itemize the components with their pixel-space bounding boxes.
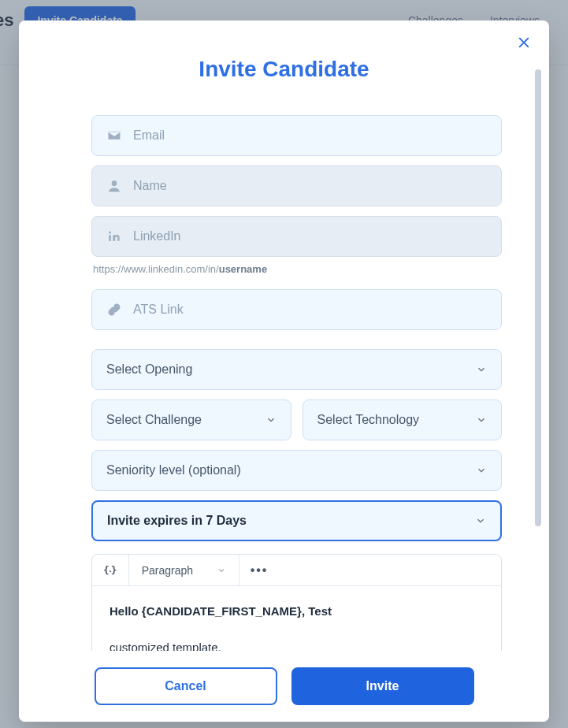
modal-title: Invite Candidate bbox=[19, 57, 549, 82]
svg-point-2 bbox=[109, 232, 111, 234]
invite-candidate-modal: Invite Candidate https://www.linkedin.co… bbox=[19, 20, 549, 722]
editor-toolbar: {} Paragraph ••• bbox=[92, 555, 501, 586]
link-icon bbox=[106, 302, 122, 318]
editor-content[interactable]: Hello {CANDIDATE_FIRST_NAME}, Test custo… bbox=[92, 586, 501, 651]
cancel-button[interactable]: Cancel bbox=[95, 667, 277, 705]
linkedin-hint: https://www.linkedin.com/in/username bbox=[93, 263, 502, 275]
technology-select-label: Select Technology bbox=[317, 413, 420, 427]
modal-body: https://www.linkedin.com/in/username Sel… bbox=[19, 115, 540, 651]
chevron-down-icon bbox=[476, 364, 487, 375]
svg-rect-1 bbox=[109, 235, 111, 241]
invite-button[interactable]: Invite bbox=[291, 667, 474, 705]
email-field[interactable] bbox=[91, 115, 502, 156]
editor-block-type-label: Paragraph bbox=[142, 564, 193, 577]
braces-icon: {} bbox=[103, 564, 117, 576]
name-input[interactable] bbox=[133, 179, 487, 193]
chevron-down-icon bbox=[476, 414, 487, 425]
ats-field[interactable] bbox=[91, 289, 502, 330]
more-horizontal-icon: ••• bbox=[251, 563, 269, 578]
editor-more-button[interactable]: ••• bbox=[239, 555, 280, 586]
linkedin-field[interactable] bbox=[91, 216, 502, 257]
chevron-down-icon bbox=[265, 414, 277, 425]
name-field[interactable] bbox=[91, 165, 502, 206]
person-icon bbox=[106, 178, 122, 194]
editor-block-type-select[interactable]: Paragraph bbox=[129, 555, 239, 586]
seniority-select[interactable]: Seniority level (optional) bbox=[91, 450, 502, 491]
challenge-select-label: Select Challenge bbox=[106, 413, 202, 427]
modal-footer: Cancel Invite bbox=[19, 651, 549, 722]
expire-select-label: Invite expires in 7 Days bbox=[107, 514, 247, 528]
chevron-down-icon bbox=[217, 566, 226, 575]
chevron-down-icon bbox=[476, 465, 487, 476]
ats-input[interactable] bbox=[133, 303, 487, 317]
close-button[interactable] bbox=[516, 35, 532, 54]
technology-select[interactable]: Select Technology bbox=[303, 399, 503, 440]
editor-line-1: Hello {CANDIDATE_FIRST_NAME}, Test bbox=[110, 600, 484, 622]
opening-select-label: Select Opening bbox=[106, 362, 192, 377]
email-input[interactable] bbox=[133, 128, 487, 143]
expire-select[interactable]: Invite expires in 7 Days bbox=[91, 500, 502, 541]
challenge-select[interactable]: Select Challenge bbox=[91, 399, 291, 440]
close-icon bbox=[516, 35, 532, 50]
message-editor: {} Paragraph ••• Hello {CANDIDATE_FIRST_… bbox=[91, 554, 502, 651]
editor-insert-variable-button[interactable]: {} bbox=[92, 555, 129, 586]
editor-line-2: customized template. bbox=[110, 637, 484, 651]
opening-select[interactable]: Select Opening bbox=[91, 349, 502, 390]
linkedin-icon bbox=[106, 228, 122, 244]
email-icon bbox=[106, 128, 122, 143]
svg-point-0 bbox=[112, 180, 117, 186]
seniority-select-label: Seniority level (optional) bbox=[106, 463, 241, 477]
linkedin-input[interactable] bbox=[133, 229, 487, 243]
chevron-down-icon bbox=[475, 515, 486, 526]
